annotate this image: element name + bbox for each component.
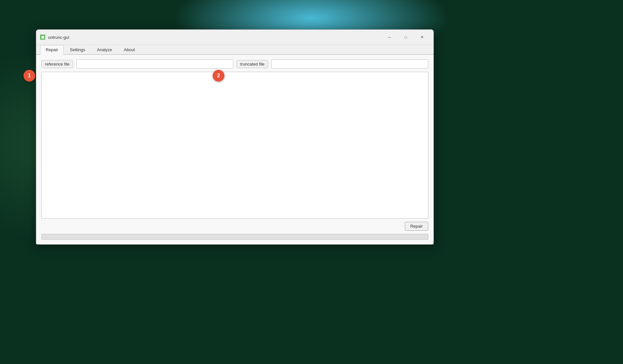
tab-bar: Repair Settings Analyze About (36, 45, 433, 55)
title-bar-left: untrunc-gui (40, 35, 69, 40)
progress-bar-container (41, 234, 428, 240)
repair-content: reference file truncated file Repair (36, 55, 433, 244)
tab-settings[interactable]: Settings (64, 45, 91, 54)
close-button[interactable]: ✕ (415, 32, 430, 42)
window-title: untrunc-gui (48, 35, 69, 40)
tab-analyze[interactable]: Analyze (91, 45, 117, 54)
output-area[interactable] (41, 72, 428, 219)
bottom-bar: Repair (41, 222, 428, 231)
main-window: untrunc-gui ─ □ ✕ Repair Settings Analyz… (36, 29, 434, 245)
file-inputs-row: reference file truncated file (41, 59, 428, 68)
window-controls: ─ □ ✕ (382, 32, 430, 42)
reference-file-input[interactable] (76, 59, 233, 68)
app-icon (40, 35, 45, 40)
title-bar: untrunc-gui ─ □ ✕ (36, 30, 433, 45)
minimize-button[interactable]: ─ (382, 32, 397, 42)
tab-about[interactable]: About (118, 45, 141, 54)
truncated-file-input[interactable] (271, 59, 428, 68)
truncated-file-label: truncated file (236, 60, 268, 68)
tab-repair[interactable]: Repair (40, 45, 64, 55)
reference-file-label: reference file (41, 60, 73, 68)
repair-button[interactable]: Repair (405, 222, 428, 231)
maximize-button[interactable]: □ (398, 32, 413, 42)
